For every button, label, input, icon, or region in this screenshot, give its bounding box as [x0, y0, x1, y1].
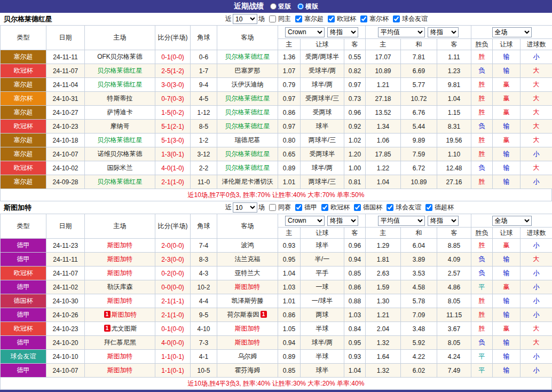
result-outcome: 负 — [471, 161, 493, 175]
league-filter[interactable]: 球会友谊 — [383, 203, 422, 212]
avg-odds-type-select[interactable]: 终指 — [428, 216, 459, 226]
result-outcome: 胜 — [471, 50, 493, 64]
col-header: 客场 — [217, 26, 278, 50]
score: 4-0(0-0) — [155, 336, 191, 350]
same-filter[interactable]: 同赛 — [266, 203, 292, 212]
league-checkbox[interactable] — [387, 204, 393, 211]
result-handicap: 赢 — [493, 92, 521, 106]
league-filter[interactable]: 欧冠杯 — [325, 14, 357, 23]
avg-draw: 6.72 — [401, 161, 437, 175]
away-team-name: 沃伊沃迪纳 — [232, 81, 264, 88]
league-checkbox[interactable] — [321, 204, 328, 211]
away-team: 贝尔格莱德红星 — [217, 161, 278, 175]
league-checkbox[interactable] — [295, 15, 302, 22]
odds-away: 0.94 — [344, 253, 366, 266]
result-goals: 大 — [521, 134, 552, 147]
result-handicap: 输 — [493, 336, 521, 350]
match-row: 欧冠杯24-10-02国际米兰4-0(1-0)2-2贝尔格莱德红星0.89球半/… — [1, 161, 552, 175]
result-goals: 小 — [521, 147, 552, 161]
odds-away: 1.02 — [344, 134, 366, 147]
league-filter[interactable]: 德国杯 — [351, 203, 383, 212]
away-team: 巴塞罗那 — [217, 64, 278, 78]
odds-type-select[interactable]: 终指 — [327, 216, 358, 226]
avg-away: 8.05 — [437, 294, 471, 308]
league-filter[interactable]: 球会友谊 — [390, 14, 429, 23]
same-filter[interactable]: 同主 — [266, 14, 292, 23]
avg-selects: 平均值终指 — [366, 27, 471, 37]
avg-away: 2.57 — [437, 266, 471, 280]
avg-home: 1.30 — [366, 294, 401, 308]
sub-col-header: 客 — [344, 228, 366, 239]
recent-count-select[interactable]: 10 — [233, 202, 257, 213]
league-filter[interactable]: 塞尔超 — [292, 14, 325, 23]
same-checkbox[interactable] — [269, 204, 276, 211]
league-badge: 球会友谊 — [1, 350, 46, 364]
odds-handicap: 受两球半/三 — [301, 92, 344, 106]
sub-col-header: 胜负 — [471, 228, 493, 239]
avg-away: 4.86 — [437, 280, 471, 294]
avg-home: 1.34 — [366, 120, 401, 134]
avg-away: 1.10 — [437, 147, 471, 161]
league-filter[interactable]: 塞尔杯 — [357, 14, 390, 23]
layout-option-vertical[interactable]: 竖版 — [270, 2, 291, 11]
section-header-bar: 斯图加特近10场同赛德甲欧冠杯德国杯球会友谊德超杯 — [0, 201, 552, 214]
average-select[interactable]: 平均值 — [378, 27, 425, 37]
vertical-radio[interactable] — [270, 3, 277, 10]
col-header: 比分(半场) — [155, 214, 191, 239]
result-handicap: 输 — [493, 266, 521, 280]
result-handicap: 输 — [493, 147, 521, 161]
match-row: 塞尔杯24-10-31特斯蒂拉0-7(0-3)4-5贝尔格莱德红星0.97受两球… — [1, 92, 552, 106]
away-team: 凯泽斯劳滕 — [217, 294, 278, 308]
score: 2-3(0-0) — [155, 253, 191, 266]
league-checkbox[interactable] — [295, 204, 302, 211]
league-checkbox[interactable] — [425, 204, 432, 211]
average-select[interactable]: 平均值 — [378, 216, 425, 226]
odds-handicap: 两球 — [301, 308, 344, 322]
avg-odds-type-select[interactable]: 终指 — [428, 27, 459, 37]
league-checkbox[interactable] — [354, 204, 361, 211]
league-checkbox[interactable] — [328, 15, 335, 22]
red-card-badge: 1 — [104, 311, 111, 318]
home-team: 特斯蒂拉 — [85, 92, 155, 106]
avg-away: 8.31 — [437, 120, 471, 134]
same-checkbox[interactable] — [269, 15, 276, 22]
home-team: 斯图加特 — [85, 239, 155, 253]
home-team-name: 斯图加特 — [107, 297, 133, 304]
recent-count-select[interactable]: 10 — [233, 14, 257, 24]
score: 1-3(0-1) — [155, 147, 191, 161]
bookmaker-select[interactable]: Crown — [285, 27, 325, 37]
horizontal-radio[interactable] — [297, 3, 304, 10]
bookmaker-select[interactable]: Crown — [285, 216, 325, 226]
odds-home: 0.86 — [278, 106, 301, 120]
league-filter[interactable]: 欧冠杯 — [318, 203, 351, 212]
home-team-name: OFK贝尔格莱德 — [97, 53, 143, 60]
match-row: 球会友谊24-10-10斯图加特1-1(0-1)4-1乌尔姆0.89半球0.93… — [1, 350, 552, 364]
avg-home: 1.32 — [366, 336, 401, 350]
layout-option-horizontal[interactable]: 横版 — [297, 2, 318, 11]
league-checkbox[interactable] — [360, 15, 367, 22]
league-badge: 德国杯 — [1, 294, 46, 308]
fulltime-select[interactable]: 全场 — [492, 216, 532, 226]
league-filter[interactable]: 德甲 — [292, 203, 318, 212]
avg-draw: 4.22 — [401, 350, 437, 364]
avg-home: 27.18 — [366, 92, 401, 106]
red-card-badge: 1 — [104, 325, 111, 332]
league-checkbox[interactable] — [393, 15, 400, 22]
sub-col-header: 进球数 — [521, 39, 552, 50]
result-goals: 大 — [521, 120, 552, 134]
fulltime-select[interactable]: 全场 — [492, 27, 532, 37]
avg-away: 7.49 — [437, 364, 471, 378]
away-team-name: 法兰克福 — [235, 255, 261, 263]
league-filter[interactable]: 德超杯 — [422, 203, 455, 212]
corners: 4-1 — [191, 350, 217, 364]
odds-home: 0.94 — [278, 336, 301, 350]
odds-home: 0.97 — [278, 92, 301, 106]
match-row: 塞尔超24-10-18贝尔格莱德红星5-1(3-0)1-2瑞德尼基0.80两球半… — [1, 134, 552, 147]
away-team-name: 斯图加特 — [235, 339, 261, 346]
score: 1-1(0-1) — [155, 350, 191, 364]
home-team-name: 斯图加特 — [107, 366, 133, 374]
team-section: 贝尔格莱德红星近10场同主塞尔超欧冠杯塞尔杯球会友谊类型日期主场比分(半场)角球… — [0, 13, 552, 201]
odds-type-select[interactable]: 终指 — [327, 27, 358, 37]
avg-away: 1.15 — [437, 106, 471, 120]
odds-handicap: 两球半/三 — [301, 175, 344, 189]
